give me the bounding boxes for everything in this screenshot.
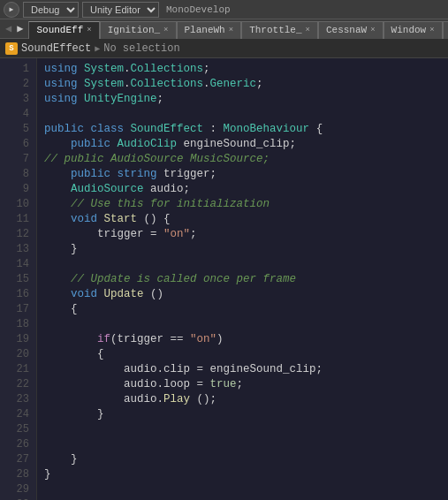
line-number: 17 bbox=[0, 302, 29, 317]
tab-close-icon[interactable]: × bbox=[87, 26, 91, 34]
breadcrumb: S SoundEffect ▶ No selection bbox=[0, 39, 448, 58]
line-number: 10 bbox=[0, 197, 29, 212]
line-number: 3 bbox=[0, 92, 29, 107]
toolbar: Debug Unity Editor MonoDevelop bbox=[0, 0, 448, 19]
tab-window[interactable]: Window× bbox=[383, 21, 443, 39]
line-number: 6 bbox=[0, 137, 29, 152]
line-number: 26 bbox=[0, 437, 29, 452]
code-area: 1234567891011121314151617181920212223242… bbox=[0, 58, 448, 500]
nav-arrows: ◀ ▶ bbox=[0, 22, 28, 35]
line-number: 11 bbox=[0, 212, 29, 227]
line-number: 28 bbox=[0, 467, 29, 482]
file-icon: S bbox=[5, 42, 18, 55]
line-number: 16 bbox=[0, 287, 29, 302]
line-number: 19 bbox=[0, 332, 29, 347]
tab-label: PlaneWh bbox=[185, 25, 225, 35]
tab-close-icon[interactable]: × bbox=[163, 26, 168, 34]
line-number: 5 bbox=[0, 122, 29, 137]
line-number: 27 bbox=[0, 452, 29, 467]
nav-back-arrow[interactable]: ◀ bbox=[4, 22, 13, 35]
line-number: 20 bbox=[0, 347, 29, 362]
tab-label: Throttle_ bbox=[249, 25, 301, 35]
tab-label: CessnaW bbox=[326, 25, 367, 35]
tab-close-icon[interactable]: × bbox=[370, 26, 375, 34]
nav-forward-arrow[interactable]: ▶ bbox=[15, 22, 25, 35]
line-number: 22 bbox=[0, 377, 29, 392]
play-button[interactable] bbox=[4, 2, 19, 18]
line-number: 18 bbox=[0, 317, 29, 332]
tab-ignition_[interactable]: Ignition_× bbox=[100, 21, 177, 39]
tab-throttle_[interactable]: Throttle_× bbox=[241, 21, 318, 39]
line-numbers: 1234567891011121314151617181920212223242… bbox=[0, 58, 37, 500]
line-number: 29 bbox=[0, 482, 29, 497]
tab-close-icon[interactable]: × bbox=[429, 26, 434, 34]
line-number: 1 bbox=[0, 62, 29, 77]
line-number: 7 bbox=[0, 152, 29, 167]
tab-label: Ignition_ bbox=[108, 25, 160, 35]
tab-soundeff[interactable]: SoundEff× bbox=[28, 21, 99, 39]
tab-planewh[interactable]: PlaneWh× bbox=[177, 21, 242, 39]
line-number: 4 bbox=[0, 107, 29, 122]
line-number: 25 bbox=[0, 422, 29, 437]
breadcrumb-selection: No selection bbox=[103, 42, 179, 55]
monodevelop-label: MonoDevelop bbox=[163, 4, 231, 15]
tab-label: Window bbox=[391, 25, 427, 35]
line-number: 15 bbox=[0, 272, 29, 287]
code-content[interactable]: using System.Collections; using System.C… bbox=[37, 58, 448, 500]
line-number: 8 bbox=[0, 167, 29, 182]
tab-label: SoundEff bbox=[36, 25, 83, 35]
line-number: 13 bbox=[0, 242, 29, 257]
tab-win[interactable]: Win bbox=[443, 21, 448, 39]
line-number: 12 bbox=[0, 227, 29, 242]
tab-close-icon[interactable]: × bbox=[306, 26, 310, 34]
line-number: 23 bbox=[0, 392, 29, 407]
line-number: 21 bbox=[0, 362, 29, 377]
tabs-bar: SoundEff×Ignition_×PlaneWh×Throttle_×Ces… bbox=[28, 19, 448, 39]
tab-close-icon[interactable]: × bbox=[229, 26, 233, 34]
breadcrumb-arrow: ▶ bbox=[95, 43, 100, 54]
nav-bar: ◀ ▶ SoundEff×Ignition_×PlaneWh×Throttle_… bbox=[0, 19, 448, 39]
unity-editor-dropdown[interactable]: Unity Editor bbox=[82, 2, 159, 18]
debug-dropdown[interactable]: Debug bbox=[23, 2, 79, 18]
line-number: 9 bbox=[0, 182, 29, 197]
line-number: 2 bbox=[0, 77, 29, 92]
line-number: 14 bbox=[0, 257, 29, 272]
tab-cessnaw[interactable]: CessnaW× bbox=[318, 21, 383, 39]
breadcrumb-file: SoundEffect bbox=[21, 42, 91, 55]
line-number: 24 bbox=[0, 407, 29, 422]
